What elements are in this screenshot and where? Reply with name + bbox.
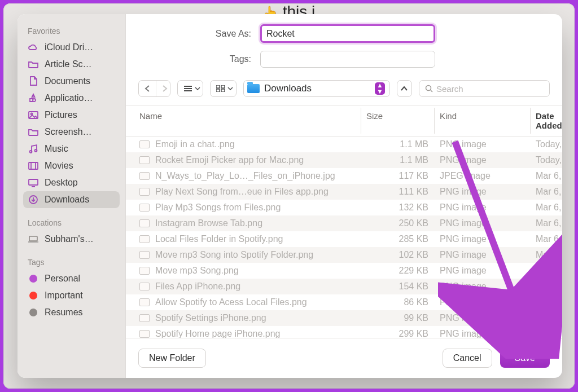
tags-label: Tags: [138, 54, 251, 64]
sidebar-tag-item[interactable]: Resumes [23, 304, 120, 321]
search-field[interactable] [419, 80, 550, 97]
sidebar-item[interactable]: Desktop [23, 174, 120, 191]
sidebar-tag-item[interactable]: Personal [23, 270, 120, 287]
file-row[interactable]: Play Next Song from…eue in Files app.png… [126, 184, 562, 200]
cloud-icon [28, 43, 39, 52]
column-header-size[interactable]: Size [366, 111, 440, 130]
file-list-header[interactable]: Name Size Kind Date Added [126, 105, 562, 136]
file-row[interactable]: Rocket Emoji Picker app for Mac.png 1.1 … [126, 152, 562, 168]
sidebar-item[interactable]: Movies [23, 157, 120, 174]
tag-dot-icon [28, 292, 39, 299]
file-row[interactable]: Emoji in a chat..png 1.1 MB PNG image To… [126, 136, 562, 152]
file-row[interactable]: Play Mp3 Songs from Files.png 132 KB PNG… [126, 200, 562, 215]
file-row[interactable]: Move mp3 Song.png 229 KB PNG image Mar 6… [126, 263, 562, 279]
file-size: 117 KB [366, 171, 440, 181]
file-name: Play Next Song from…eue in Files app.png [155, 187, 329, 197]
chevron-left-icon [144, 85, 150, 92]
sidebar: Favorites iCloud Dri…Article Sc…Document… [17, 14, 126, 378]
doc-icon [28, 76, 39, 86]
file-size: 250 KB [366, 218, 440, 228]
group-toggle[interactable] [210, 80, 237, 97]
file-date: Mar 6, 202 [536, 218, 562, 228]
file-name: Spotify Settings iPhone.png [155, 313, 266, 323]
file-date: Mar 6, 202 [536, 187, 562, 197]
file-date: Mar 6, 202 [536, 202, 562, 213]
collapse-button[interactable] [397, 80, 412, 97]
svg-point-2 [30, 151, 32, 153]
column-header-name[interactable]: Name [139, 111, 366, 130]
search-input[interactable] [436, 84, 544, 94]
view-list-toggle[interactable] [177, 80, 204, 97]
file-row[interactable]: Spotify Home page iPhone.png 299 KB PNG … [126, 326, 562, 338]
file-row[interactable]: Local Files Folder in Spotify.png 285 KB… [126, 231, 562, 247]
file-row[interactable]: Spotify Settings iPhone.png 99 KB PNG im… [126, 310, 562, 326]
nav-forward-button[interactable] [156, 81, 170, 96]
file-name: Spotify Home page iPhone.png [155, 329, 280, 338]
file-size: 102 KB [366, 250, 440, 260]
file-size: 1.1 MB [366, 155, 440, 165]
sidebar-item[interactable]: Downloads [23, 191, 120, 208]
file-row[interactable]: Instagram Browse Tab.png 250 KB PNG imag… [126, 215, 562, 231]
sidebar-item[interactable]: Pictures [23, 107, 120, 124]
sidebar-item-label: Personal [45, 274, 80, 284]
folder-icon [28, 60, 39, 69]
list-icon [183, 85, 192, 92]
file-size: 285 KB [366, 234, 440, 244]
file-name: Emoji in a chat..png [155, 139, 235, 149]
svg-rect-7 [29, 179, 38, 185]
file-size: 86 KB [366, 297, 440, 307]
new-folder-button[interactable]: New Folder [138, 349, 206, 368]
file-size: 132 KB [366, 202, 440, 213]
file-row[interactable]: Files App iPhone.png 154 KB PNG image Ma… [126, 279, 562, 294]
tags-input[interactable] [260, 51, 435, 68]
file-kind: PNG image [440, 329, 536, 338]
chevron-up-icon [401, 86, 408, 91]
file-date: Mar 6, 202 [536, 313, 562, 323]
folder-icon [28, 127, 39, 136]
file-row[interactable]: Move mp3 Song into Spotify Folder.png 10… [126, 247, 562, 263]
list-view-button[interactable] [178, 81, 204, 96]
file-row[interactable]: Allow Spotify to Acess Local Files.png 8… [126, 294, 562, 310]
sidebar-item[interactable]: Screensh… [23, 124, 120, 140]
file-size: 229 KB [366, 266, 440, 276]
file-kind: PNG image [440, 155, 536, 165]
nav-back-button[interactable] [139, 81, 156, 96]
save-as-input[interactable] [260, 24, 435, 43]
sidebar-item[interactable]: Music [23, 140, 120, 157]
svg-point-19 [426, 86, 431, 91]
sidebar-item[interactable]: Applicatio… [23, 90, 120, 107]
sidebar-tag-item[interactable]: Important [23, 287, 120, 304]
column-header-kind[interactable]: Kind [440, 111, 536, 130]
file-thumb-icon [139, 219, 150, 227]
sidebar-item-label: Screensh… [45, 127, 92, 137]
save-as-label: Save As: [138, 29, 251, 39]
file-name: N_Ways_to_Play_Lo…_Files_on_iPhone.jpg [155, 171, 335, 181]
file-list[interactable]: Emoji in a chat..png 1.1 MB PNG image To… [126, 136, 562, 338]
chevron-down-icon [227, 86, 233, 91]
file-name: Local Files Folder in Spotify.png [155, 234, 283, 244]
sidebar-item[interactable]: Article Sc… [23, 56, 120, 73]
sidebar-item-label: Pictures [45, 110, 77, 120]
file-date: Mar 6, 202 [536, 281, 562, 292]
group-button[interactable] [211, 81, 237, 96]
file-name: Play Mp3 Songs from Files.png [155, 202, 281, 213]
file-row[interactable]: N_Ways_to_Play_Lo…_Files_on_iPhone.jpg 1… [126, 168, 562, 184]
sidebar-item[interactable]: Subham's… [23, 231, 120, 248]
apps-icon [28, 93, 39, 103]
sidebar-item[interactable]: iCloud Dri… [23, 39, 120, 56]
file-date: Mar 6, 202 [536, 266, 562, 276]
sidebar-section-favorites: Favorites [23, 24, 120, 39]
sidebar-item[interactable]: Documents [23, 73, 120, 90]
save-button[interactable]: Save [500, 349, 550, 368]
file-thumb-icon [139, 298, 150, 306]
svg-rect-15 [216, 85, 220, 88]
file-name: Instagram Browse Tab.png [155, 218, 262, 228]
file-kind: PNG image [440, 250, 536, 260]
file-thumb-icon [139, 156, 150, 164]
file-date: Mar 6, 202 [536, 234, 562, 244]
location-dropdown[interactable]: Downloads ▲▼ [243, 80, 390, 97]
column-header-date[interactable]: Date Added [536, 111, 562, 130]
cancel-button[interactable]: Cancel [443, 349, 492, 368]
dialog-footer: New Folder Cancel Save [126, 338, 562, 378]
file-thumb-icon [139, 188, 150, 196]
